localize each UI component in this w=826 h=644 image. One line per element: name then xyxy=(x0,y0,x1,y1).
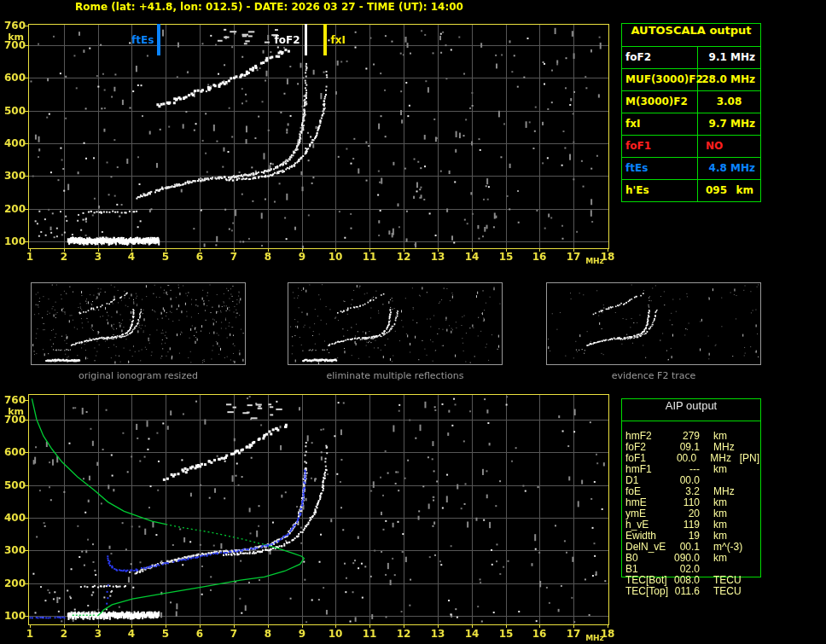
aip-label: h_vE xyxy=(621,519,674,530)
autoscala-row-label: foF1 xyxy=(622,136,698,157)
autoscala-row: MUF(3000)F228.0 MHz xyxy=(622,69,760,91)
aip-row: h_vE119km xyxy=(621,519,759,530)
x-tick-label: 2 xyxy=(53,628,75,640)
aip-value: 3.2 xyxy=(674,485,700,496)
y-tick-label: 400 xyxy=(2,512,26,524)
aip-row: Ewidth19km xyxy=(621,530,759,541)
aip-label: hmF1 xyxy=(621,463,674,474)
x-tick-label: 5 xyxy=(154,628,177,640)
aip-value: 00.0 xyxy=(672,452,697,463)
x-tick-label: 10 xyxy=(324,628,346,640)
aip-value: 19 xyxy=(674,530,700,541)
aip-row: hmE110km xyxy=(621,496,759,508)
x-tick-label: 4 xyxy=(120,628,143,640)
aip-extra: [PN] xyxy=(740,452,759,463)
x-tick-label: 12 xyxy=(393,628,415,640)
aip-table-body: hmF2279kmfoF209.1MHzfoF100.0MHz[PN]hmF1-… xyxy=(621,430,759,596)
aip-label: DelN_vE xyxy=(621,541,674,552)
x-tick-label: 1 xyxy=(19,251,41,263)
x-tick-label: 5 xyxy=(154,251,177,263)
aip-table-header: AIP output xyxy=(622,399,760,421)
aip-value: 008.0 xyxy=(674,574,700,585)
x-tick-label: 18 xyxy=(596,251,619,263)
aip-row: hmF2279km xyxy=(621,430,759,441)
x-tick-label: 2 xyxy=(53,251,75,263)
autoscala-row-label: M(3000)F2 xyxy=(622,91,698,113)
aip-label: hmE xyxy=(621,496,674,508)
x-tick-label: 9 xyxy=(291,628,313,640)
aip-label: foF2 xyxy=(621,441,674,452)
x-tick-label: 7 xyxy=(223,628,245,640)
station-title: Rome (lat: +41.8, lon: 012.5) - DATE: 20… xyxy=(75,1,463,13)
aip-value: 279 xyxy=(674,430,700,441)
aip-unit: km xyxy=(713,519,744,530)
aip-unit: MHz xyxy=(713,441,744,452)
aip-label: foF1 xyxy=(621,452,672,463)
autoscala-row-value: 9.1 MHz xyxy=(698,47,760,68)
autoscala-row: h'Es095km xyxy=(622,180,760,201)
x-tick-label: 1 xyxy=(19,628,41,640)
aip-unit: km xyxy=(713,530,744,541)
y-tick-label: 700 xyxy=(2,39,26,51)
autoscala-row: fxI9.7 MHz xyxy=(622,113,760,136)
aip-row: D100.0 xyxy=(621,474,759,485)
y-tick-label: 760 xyxy=(2,394,26,406)
y-tick-label: 100 xyxy=(2,610,26,622)
aip-unit: TECU xyxy=(713,574,744,585)
autoscala-row-value: NO xyxy=(698,136,760,157)
aip-value: 02.0 xyxy=(674,563,700,574)
aip-value: 00.0 xyxy=(674,474,700,485)
y-tick-label: 500 xyxy=(2,105,26,117)
x-tick-label: 3 xyxy=(87,251,109,263)
aip-value: --- xyxy=(674,463,700,474)
aip-row: foF100.0MHz[PN] xyxy=(621,452,759,463)
x-tick-label: 15 xyxy=(495,628,517,640)
aip-value: 00.1 xyxy=(674,541,700,552)
autoscala-table-header: AUTOSCALA output xyxy=(622,24,760,47)
aip-value: 110 xyxy=(674,496,700,508)
autoscala-row-label: foF2 xyxy=(622,47,698,68)
aip-row: B102.0 xyxy=(621,563,759,574)
y-tick-label: 760 xyxy=(2,20,26,32)
aip-row: TEC[Top]011.6TECU xyxy=(621,585,759,596)
aip-row: DelN_vE00.1m^(-3) xyxy=(621,541,759,552)
y-tick-label: 500 xyxy=(2,479,26,491)
aip-unit xyxy=(713,563,744,574)
x-tick-label: 8 xyxy=(257,251,279,263)
thumbnail-caption-evidence: evidence F2 trace xyxy=(546,370,761,381)
x-tick-label: 16 xyxy=(528,251,550,263)
aip-unit: km xyxy=(713,552,744,563)
aip-unit: MHz xyxy=(713,485,744,496)
thumbnail-caption-original: original ionogram resized xyxy=(31,370,246,381)
y-tick-label: 700 xyxy=(2,414,26,426)
marker-label-fxi: fxI xyxy=(330,34,364,46)
x-tick-label: 18 xyxy=(596,628,619,640)
marker-label-fof2: foF2 xyxy=(263,34,300,46)
x-tick-label: 14 xyxy=(461,628,483,640)
autoscala-row-value: 28.0 MHz xyxy=(698,69,760,90)
x-tick-label: 8 xyxy=(257,628,279,640)
y-tick-label: 300 xyxy=(2,170,26,182)
autoscala-row-label: h'Es xyxy=(622,180,698,201)
marker-label-ftes: ftEs xyxy=(116,34,154,46)
autoscala-row-label: fxI xyxy=(622,113,698,135)
x-tick-label: 6 xyxy=(189,628,211,640)
autoscala-row: foF1NO xyxy=(622,136,760,158)
aip-label: B0 xyxy=(621,552,674,563)
aip-value: 119 xyxy=(674,519,700,530)
y-tick-label: 600 xyxy=(2,446,26,458)
autoscala-row-value: 9.7 MHz xyxy=(698,113,760,135)
aip-value: 090.0 xyxy=(674,552,700,563)
autoscala-row-label: MUF(3000)F2 xyxy=(622,69,698,90)
aip-label: TEC[Top] xyxy=(621,585,674,596)
autoscala-row: ftEs4.8 MHz xyxy=(622,158,760,180)
autoscala-row-value: 095km xyxy=(698,180,760,201)
aip-unit: km xyxy=(713,430,744,441)
aip-row: ymE20km xyxy=(621,508,759,519)
x-tick-label: 10 xyxy=(324,251,346,263)
aip-label: ymE xyxy=(621,508,674,519)
aip-label: hmF2 xyxy=(621,430,674,441)
x-tick-label: 11 xyxy=(358,251,381,263)
aip-unit: km xyxy=(713,508,744,519)
aip-unit: MHz xyxy=(710,452,739,463)
